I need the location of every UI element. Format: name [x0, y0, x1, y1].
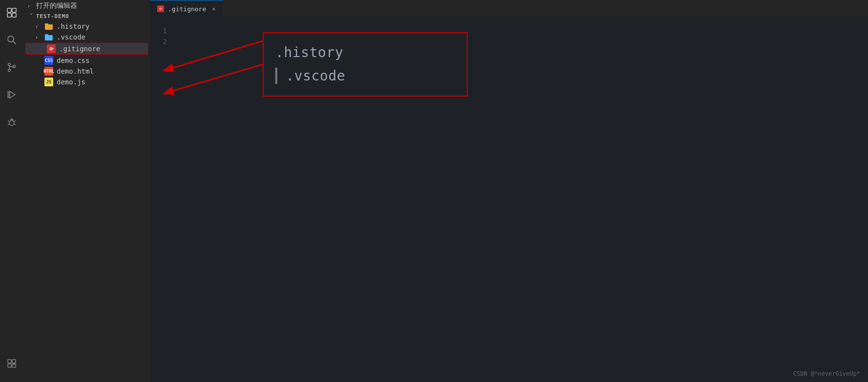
history-label: .history	[57, 22, 89, 30]
svg-line-16	[8, 124, 9, 125]
search-icon[interactable]	[3, 31, 21, 49]
demo-css-label: demo.css	[57, 57, 89, 64]
tab-close-icon[interactable]: ✕	[212, 5, 215, 12]
line-numbers: 1 2	[150, 25, 175, 382]
tab-bar: ⟳ .gitignore ✕	[150, 0, 868, 18]
debug-icon[interactable]	[3, 113, 21, 131]
watermark: CSDN @*neverGiveUp*	[793, 370, 860, 377]
chevron-right-icon: ›	[27, 3, 35, 9]
svg-rect-1	[12, 8, 16, 12]
sidebar-item-gitignore[interactable]: › ⟳ .gitignore	[25, 43, 148, 55]
svg-rect-19	[12, 360, 16, 363]
line-number-2: 2	[150, 36, 167, 47]
svg-rect-11	[8, 91, 9, 98]
tab-git-icon: ⟳	[157, 5, 164, 12]
annotation-line-1: .history	[275, 41, 455, 64]
sidebar-item-demo-js[interactable]: › JS demo.js	[23, 77, 150, 87]
sidebar-item-history[interactable]: › .history	[23, 21, 150, 32]
svg-rect-20	[8, 364, 11, 367]
vscode-label: .vscode	[57, 33, 85, 41]
sidebar: › 打开的编辑器 › TEST-DEMO › .history › .vscod…	[23, 0, 150, 382]
sidebar-project-root[interactable]: › TEST-DEMO	[23, 12, 150, 21]
js-file-icon: JS	[44, 78, 54, 86]
extensions-icon[interactable]	[3, 355, 21, 372]
activity-bar	[0, 0, 23, 382]
demo-js-label: demo.js	[57, 78, 85, 86]
tab-gitignore[interactable]: ⟳ .gitignore ✕	[150, 0, 223, 17]
editor-area: ⟳ .gitignore ✕ 1 2 .history ▎.vscode	[150, 0, 868, 382]
sidebar-item-demo-html[interactable]: › HTML demo.html	[23, 66, 150, 77]
tab-gitignore-label: .gitignore	[168, 5, 206, 13]
svg-point-6	[8, 63, 11, 66]
project-name-label: TEST-DEMO	[36, 13, 69, 20]
run-icon[interactable]	[3, 86, 21, 103]
sidebar-open-editors[interactable]: › 打开的编辑器	[23, 0, 150, 12]
annotation-line-2: ▎.vscode	[275, 64, 455, 88]
svg-point-7	[8, 69, 11, 72]
folder-vscode-icon	[44, 33, 54, 41]
svg-rect-18	[8, 360, 11, 363]
svg-rect-0	[7, 8, 11, 12]
svg-marker-10	[10, 91, 15, 98]
line-number-1: 1	[150, 25, 167, 36]
editor-content: 1 2 .history ▎.vscode	[150, 18, 868, 382]
svg-rect-2	[7, 13, 11, 17]
arrow-overlay	[150, 18, 868, 382]
svg-line-17	[14, 124, 16, 125]
svg-rect-27	[45, 34, 48, 36]
files-icon[interactable]	[3, 4, 21, 21]
chevron-right-vscode-icon: ›	[35, 35, 43, 40]
css-file-icon: CSS	[44, 57, 54, 64]
svg-rect-3	[12, 13, 16, 17]
chevron-right-history-icon: ›	[35, 24, 43, 29]
svg-line-29	[165, 41, 263, 70]
open-editors-label: 打开的编辑器	[36, 1, 77, 10]
annotation-box: .history ▎.vscode	[263, 32, 468, 97]
svg-line-15	[14, 121, 16, 121]
svg-line-14	[8, 121, 9, 121]
folder-history-icon	[44, 22, 54, 30]
svg-line-30	[165, 64, 263, 93]
svg-rect-25	[45, 23, 48, 25]
git-file-icon: ⟳	[46, 45, 56, 53]
source-control-icon[interactable]	[3, 59, 21, 76]
sidebar-item-demo-css[interactable]: › CSS demo.css	[23, 55, 150, 66]
svg-line-5	[13, 41, 16, 44]
html-file-icon: HTML	[44, 67, 54, 75]
gitignore-label: .gitignore	[59, 45, 100, 53]
demo-html-label: demo.html	[57, 67, 94, 75]
chevron-down-icon: ›	[29, 13, 34, 20]
svg-point-12	[9, 121, 14, 125]
sidebar-item-vscode[interactable]: › .vscode	[23, 32, 150, 42]
